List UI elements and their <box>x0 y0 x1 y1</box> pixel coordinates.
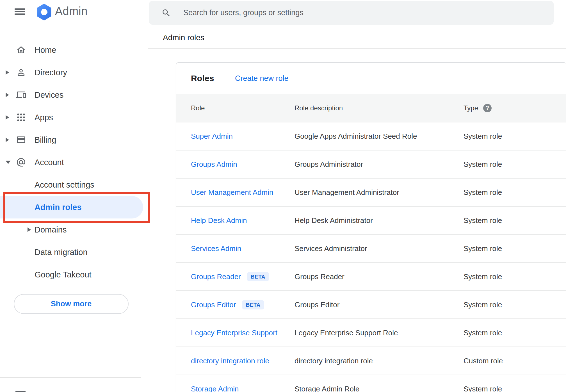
role-link[interactable]: Legacy Enterprise Support <box>191 329 277 337</box>
search-bar <box>149 1 554 25</box>
sidebar-item-directory[interactable]: Directory <box>0 61 148 84</box>
apps-grid-icon <box>16 112 26 122</box>
table-row: User Management AdminUser Management Adm… <box>176 179 566 207</box>
role-cell: directory integration role <box>176 357 295 365</box>
table-header: Role Role description Type ? <box>176 94 566 122</box>
home-icon <box>16 45 26 55</box>
sidebar-item-home[interactable]: Home <box>0 39 148 61</box>
table-row: Super AdminGoogle Apps Administrator See… <box>176 122 566 151</box>
table-row: directory integration roledirectory inte… <box>176 347 566 375</box>
page-divider <box>148 48 566 49</box>
role-link[interactable]: Groups Reader <box>191 272 241 281</box>
sidebar-item-google-takeout[interactable]: Google Takeout <box>0 263 148 286</box>
role-cell: Groups ReaderBETA <box>176 272 295 281</box>
sidebar: Admin HomeDirectoryDevicesAppsBillingAcc… <box>0 0 148 392</box>
sidebar-item-devices[interactable]: Devices <box>0 84 148 106</box>
devices-icon <box>16 90 26 100</box>
role-cell: Groups Admin <box>176 160 295 169</box>
role-cell: Help Desk Admin <box>176 216 295 225</box>
role-description: Legacy Enterprise Support Role <box>295 329 464 337</box>
role-type: System role <box>464 160 566 169</box>
sidebar-item-billing[interactable]: Billing <box>0 129 148 151</box>
beta-badge: BETA <box>247 272 269 281</box>
role-description: Services Administrator <box>295 244 464 253</box>
role-link[interactable]: directory integration role <box>191 357 269 365</box>
search-input[interactable] <box>183 8 554 17</box>
sidebar-nav: HomeDirectoryDevicesAppsBillingAccountAc… <box>0 39 148 286</box>
column-header-type: Type ? <box>464 104 566 112</box>
role-link[interactable]: Super Admin <box>191 132 233 141</box>
role-description: Groups Reader <box>295 272 464 281</box>
sidebar-item-label: Apps <box>35 113 53 122</box>
menu-icon[interactable] <box>15 8 25 15</box>
role-type: System role <box>464 216 566 225</box>
sidebar-item-admin-roles[interactable]: Admin roles <box>0 196 143 218</box>
sidebar-item-data-migration[interactable]: Data migration <box>0 241 148 263</box>
column-header-role-description: Role description <box>295 104 464 112</box>
beta-badge: BETA <box>242 300 264 309</box>
column-header-role: Role <box>176 104 295 112</box>
create-new-role-link[interactable]: Create new role <box>235 74 289 83</box>
sidebar-item-apps[interactable]: Apps <box>0 106 148 129</box>
chevron-down-icon[interactable] <box>6 161 11 164</box>
sidebar-item-account-settings[interactable]: Account settings <box>0 174 148 196</box>
google-admin-console: Admin HomeDirectoryDevicesAppsBillingAcc… <box>0 0 566 392</box>
role-cell: Super Admin <box>176 132 295 141</box>
role-description: Google Apps Administrator Seed Role <box>295 132 464 141</box>
sidebar-item-label: Data migration <box>35 248 88 257</box>
role-link[interactable]: Services Admin <box>191 244 241 253</box>
sidebar-item-label: Home <box>35 45 56 55</box>
sidebar-item-label: Billing <box>35 135 56 145</box>
table-row: Services AdminServices AdministratorSyst… <box>176 235 566 263</box>
role-description: Groups Editor <box>295 300 464 309</box>
role-cell: Groups EditorBETA <box>176 300 295 309</box>
show-more-button[interactable]: Show more <box>14 294 129 314</box>
chevron-right-icon[interactable] <box>6 115 9 120</box>
table-row: Groups ReaderBETAGroups ReaderSystem rol… <box>176 263 566 291</box>
chevron-right-icon[interactable] <box>6 138 9 142</box>
card-title: Roles <box>191 74 214 83</box>
role-description: Help Desk Administrator <box>295 216 464 225</box>
table-row: Groups AdminGroups AdministratorSystem r… <box>176 151 566 179</box>
sidebar-item-label: Domains <box>35 225 67 234</box>
table-row: Help Desk AdminHelp Desk AdministratorSy… <box>176 207 566 235</box>
credit-card-icon <box>16 135 26 145</box>
chevron-right-icon[interactable] <box>28 227 31 232</box>
search-icon <box>161 8 171 18</box>
role-type: System role <box>464 300 566 309</box>
role-type: System role <box>464 244 566 253</box>
role-cell: Storage Admin <box>176 385 295 392</box>
chevron-right-icon[interactable] <box>6 93 9 97</box>
role-cell: Legacy Enterprise Support <box>176 329 295 337</box>
role-link[interactable]: Storage Admin <box>191 385 239 392</box>
sidebar-item-label: Devices <box>35 90 63 100</box>
roles-table-body: Super AdminGoogle Apps Administrator See… <box>176 122 566 392</box>
card-header: Roles Create new role <box>176 63 566 94</box>
role-link[interactable]: Help Desk Admin <box>191 216 247 225</box>
table-row: Storage AdminStorage Admin RoleSystem ro… <box>176 375 566 392</box>
role-link[interactable]: Groups Editor <box>191 300 236 309</box>
sidebar-item-account[interactable]: Account <box>0 151 148 174</box>
sidebar-item-label: Account <box>35 158 64 167</box>
sidebar-divider <box>0 377 141 378</box>
admin-logo-icon <box>36 4 52 20</box>
person-icon <box>16 67 26 78</box>
role-type: System role <box>464 329 566 337</box>
chevron-right-icon[interactable] <box>6 70 9 75</box>
admin-logo-hole <box>40 9 48 15</box>
role-type: System role <box>464 132 566 141</box>
help-icon[interactable]: ? <box>483 104 492 112</box>
role-type: Custom role <box>464 357 566 365</box>
role-type: System role <box>464 272 566 281</box>
role-type: System role <box>464 188 566 197</box>
partial-bottom-icon <box>15 391 26 392</box>
role-link[interactable]: Groups Admin <box>191 160 237 169</box>
brand-title: Admin <box>55 5 88 17</box>
role-cell: User Management Admin <box>176 188 295 197</box>
roles-card: Roles Create new role Role Role descript… <box>176 62 566 392</box>
column-header-type-label: Type <box>464 104 478 112</box>
sidebar-item-label: Account settings <box>35 180 94 190</box>
role-link[interactable]: User Management Admin <box>191 188 273 197</box>
sidebar-item-label: Directory <box>35 68 67 77</box>
sidebar-item-domains[interactable]: Domains <box>0 218 148 241</box>
